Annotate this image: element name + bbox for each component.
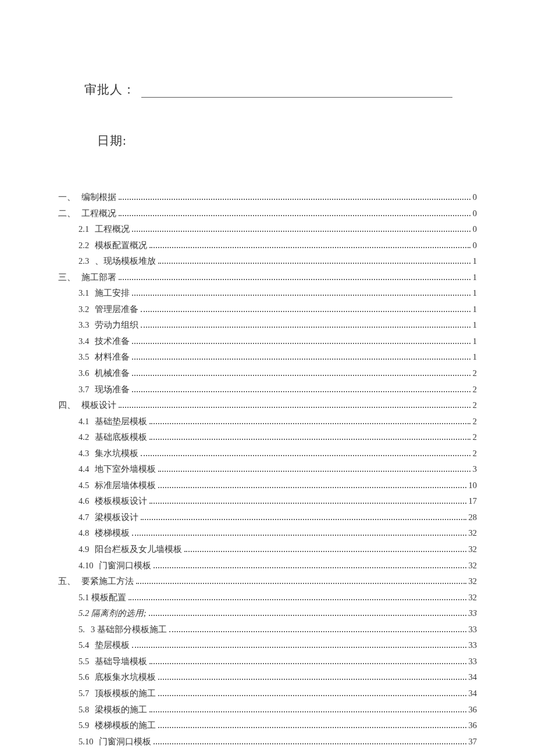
toc-entry-number: 5.9 bbox=[79, 718, 89, 734]
toc-entry-page: 2 bbox=[473, 366, 477, 382]
toc-entry-title: 3 基础部分模板施工 bbox=[91, 622, 167, 638]
toc-entry: 3.3劳动力组织1 bbox=[58, 317, 477, 334]
toc-entry: 2.3、现场模板堆放1 bbox=[58, 253, 477, 270]
toc-entry-page: 34 bbox=[469, 686, 477, 702]
toc-leader-dots bbox=[149, 423, 470, 424]
toc-leader-dots bbox=[154, 567, 466, 568]
toc-entry-number: 2.3 bbox=[79, 253, 89, 270]
toc-entry-number: 3.3 bbox=[79, 317, 89, 334]
toc-entry-number: 4.7 bbox=[79, 510, 89, 526]
toc-entry-page: 36 bbox=[469, 702, 477, 718]
toc-entry-title: 劳动力组织 bbox=[95, 317, 138, 334]
toc-leader-dots bbox=[132, 535, 466, 536]
toc-entry: 3.1施工安排1 bbox=[58, 285, 477, 302]
toc-entry: 4.5标准层墙体模板10 bbox=[58, 478, 477, 494]
toc-leader-dots bbox=[132, 375, 470, 376]
toc-entry-title: 基础底板模板 bbox=[95, 429, 147, 446]
toc-entry: 5.2 隔离剂的选用;33 bbox=[58, 605, 477, 622]
toc-entry-page: 33 bbox=[469, 605, 477, 622]
toc-entry-title: 管理层准备 bbox=[95, 302, 138, 318]
toc-leader-dots bbox=[141, 311, 470, 312]
toc-entry-title: 地下室外墙模板 bbox=[95, 461, 156, 478]
toc-leader-dots bbox=[132, 295, 470, 296]
toc-entry-page: 32 bbox=[469, 558, 477, 574]
toc-entry: 一、编制根据0 bbox=[58, 189, 477, 206]
toc-entry-number: 3.1 bbox=[79, 285, 89, 302]
toc-leader-dots bbox=[141, 327, 470, 328]
table-of-contents: 一、编制根据0二、工程概况02.1工程概况02.2模板配置概况02.3、现场模板… bbox=[58, 189, 477, 750]
toc-entry-page: 2 bbox=[473, 429, 477, 446]
toc-entry-number: 3.4 bbox=[79, 334, 89, 350]
toc-entry: 五、要紧施工方法32 bbox=[58, 574, 477, 590]
toc-entry-title: 现场准备 bbox=[95, 382, 130, 398]
toc-entry-number: 3.6 bbox=[79, 366, 89, 382]
toc-entry-page: 28 bbox=[469, 510, 477, 526]
toc-entry: 4.9阳台栏板及女儿墙模板32 bbox=[58, 542, 477, 558]
toc-entry: 5.10门窗洞口模板37 bbox=[58, 734, 477, 750]
toc-leader-dots bbox=[141, 455, 470, 456]
toc-leader-dots bbox=[149, 439, 470, 440]
toc-entry-title: 工程概况 bbox=[81, 206, 116, 222]
toc-entry-number: 五、 bbox=[58, 574, 76, 590]
toc-entry-number: 3.7 bbox=[79, 382, 89, 398]
toc-entry-page: 1 bbox=[473, 270, 477, 286]
toc-entry-number: 5.7 bbox=[79, 686, 89, 702]
toc-entry: 5.9楼梯模板的施工36 bbox=[58, 718, 477, 734]
toc-entry: 4.4地下室外墙模板3 bbox=[58, 461, 477, 478]
toc-entry-title: 楼板模板设计 bbox=[95, 493, 147, 510]
toc-entry-page: 32 bbox=[469, 574, 477, 590]
toc-entry-title: 楼梯模板 bbox=[95, 525, 130, 542]
toc-leader-dots bbox=[169, 631, 466, 632]
toc-entry-page: 32 bbox=[469, 590, 477, 606]
toc-entry-page: 2 bbox=[473, 382, 477, 398]
toc-entry-title: 集水坑模板 bbox=[95, 446, 138, 462]
toc-entry-page: 34 bbox=[469, 669, 477, 686]
toc-leader-dots bbox=[149, 663, 466, 664]
toc-entry-number: 5. bbox=[79, 622, 85, 638]
toc-entry-page: 1 bbox=[473, 317, 477, 334]
toc-entry-number: 4.9 bbox=[79, 542, 89, 558]
toc-entry: 3.2管理层准备1 bbox=[58, 302, 477, 318]
toc-entry-title: 、现场模板堆放 bbox=[95, 253, 156, 270]
toc-entry-number: 4.6 bbox=[79, 493, 89, 510]
date-label: 日期: bbox=[97, 134, 127, 148]
toc-entry-number: 2.1 bbox=[79, 221, 89, 238]
toc-entry-page: 1 bbox=[473, 285, 477, 302]
toc-leader-dots bbox=[132, 391, 470, 392]
toc-leader-dots bbox=[119, 279, 470, 280]
toc-entry-number: 4.8 bbox=[79, 525, 89, 542]
toc-entry: 5.6底板集水坑模板34 bbox=[58, 669, 477, 686]
toc-entry-page: 2 bbox=[473, 397, 477, 414]
header-section: 审批人： 日期: bbox=[58, 81, 477, 149]
toc-leader-dots bbox=[129, 599, 466, 600]
toc-entry-number: 3.5 bbox=[79, 349, 89, 366]
toc-entry-number: 3.2 bbox=[79, 302, 89, 318]
toc-leader-dots bbox=[119, 407, 470, 408]
toc-entry-page: 2 bbox=[473, 446, 477, 462]
toc-entry-title: 梁模板的施工 bbox=[95, 702, 147, 718]
toc-entry-number: 三、 bbox=[58, 270, 76, 286]
toc-entry-title: 顶板模板的施工 bbox=[95, 686, 156, 702]
toc-entry: 5.7顶板模板的施工34 bbox=[58, 686, 477, 702]
toc-entry: 5.4垫层模板33 bbox=[58, 637, 477, 654]
toc-entry-page: 10 bbox=[469, 478, 477, 494]
toc-entry-title: 阳台栏板及女儿墙模板 bbox=[95, 542, 182, 558]
toc-entry-number: 一、 bbox=[58, 189, 76, 206]
toc-leader-dots bbox=[149, 503, 466, 504]
toc-entry: 3.6机械准备2 bbox=[58, 366, 477, 382]
toc-entry-title: 模板设计 bbox=[81, 397, 116, 414]
toc-entry-title: 5.2 隔离剂的选用; bbox=[79, 605, 147, 622]
toc-entry-number: 4.10 bbox=[79, 558, 93, 574]
toc-entry-page: 1 bbox=[473, 349, 477, 366]
toc-entry-page: 33 bbox=[469, 622, 477, 638]
toc-entry: 4.7梁模板设计28 bbox=[58, 510, 477, 526]
toc-entry: 4.8楼梯模板32 bbox=[58, 525, 477, 542]
toc-leader-dots bbox=[141, 519, 466, 520]
toc-entry-title: 门窗洞口模板 bbox=[99, 734, 151, 750]
toc-entry: 4.2基础底板模板2 bbox=[58, 429, 477, 446]
toc-entry: 4.3集水坑模板2 bbox=[58, 446, 477, 462]
toc-leader-dots bbox=[158, 727, 466, 728]
toc-entry: 四、模板设计2 bbox=[58, 397, 477, 414]
toc-entry-title: 门窗洞口模板 bbox=[99, 558, 151, 574]
toc-entry-title: 材料准备 bbox=[95, 349, 130, 366]
